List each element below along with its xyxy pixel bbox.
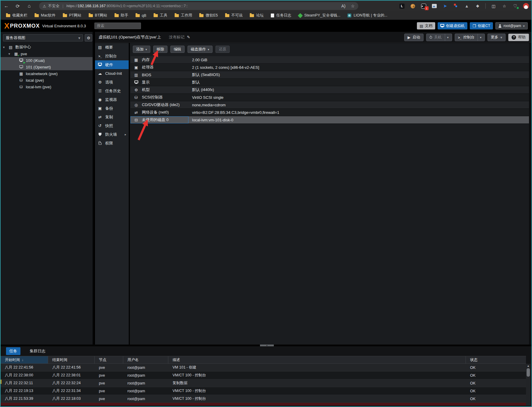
people-extension-icon[interactable] [453, 3, 459, 9]
task-row[interactable]: 八月 22 22:19:13八月 22 22:31:34pveroot@pamV… [1, 387, 526, 395]
view-selector[interactable]: 服务器视图 [3, 34, 83, 41]
hardware-row-processors[interactable]: 处理器2 (1 sockets, 2 cores) [x86-64-v2-AES… [130, 64, 529, 71]
bookmark-folder[interactable]: qB [136, 14, 146, 18]
bookmark-folder[interactable]: BT网站 [89, 13, 107, 18]
chevron-down-icon[interactable] [478, 34, 482, 41]
back-icon[interactable] [1, 2, 12, 11]
task-row[interactable]: 八月 22 22:41:56八月 22 22:41:56pveroot@pamV… [1, 364, 526, 372]
hardware-row-bios[interactable]: BIOS默认 (SeaBIOS) [130, 71, 529, 79]
scroll-up-icon[interactable]: ▲ [526, 364, 530, 368]
bookmark-steampy[interactable]: SteamPY_安全省钱... [298, 13, 340, 18]
hardware-row-network[interactable]: 网络设备 (net0)virtio=B2:DF:28:B5:34:C3,brid… [130, 109, 529, 116]
bookmark-folder[interactable]: Mac软件 [35, 13, 56, 18]
tree-item-storage-local-lvm[interactable]: local-lvm (pve) [1, 84, 93, 90]
tree-item-datacenter[interactable]: 数据中心 [1, 44, 93, 50]
vm-menu-item-snapshots[interactable]: 快照 [95, 121, 129, 130]
disk-action-button[interactable]: 磁盘操作 [188, 46, 212, 53]
hardware-row-display[interactable]: 显示默认 [130, 79, 529, 86]
bookmark-task-log[interactable]: 任务日志 [271, 13, 291, 18]
hardware-row-scsi-controller[interactable]: SCSI控制器VirtIO SCSI single [130, 94, 529, 101]
tree-item-vm-100[interactable]: ▶ 100 (iKuai) [1, 57, 93, 64]
vm-menu-item-task-history[interactable]: 任务历史 [95, 87, 129, 95]
bookmark-folder[interactable]: 不可说 [225, 13, 243, 18]
split-screen-icon[interactable] [491, 3, 497, 9]
extension-badge-icon[interactable]: 1 [420, 3, 427, 9]
column-end-time[interactable]: 结束时间 [48, 356, 95, 363]
favorite-star-icon[interactable] [351, 4, 355, 8]
vm-menu-item-replication[interactable]: 复制 [95, 113, 129, 121]
task-row[interactable]: 八月 22 22:38:00八月 22 22:38:01pveroot@pamV… [1, 372, 526, 379]
hardware-row-memory[interactable]: 内存2.00 GiB [130, 56, 529, 64]
bookmark-folder[interactable]: 微软E5 [199, 13, 218, 18]
scroll-thumb[interactable] [527, 368, 530, 377]
search-input[interactable] [94, 23, 141, 29]
reload-icon[interactable] [12, 2, 23, 11]
browser-health-icon[interactable]: ♡ [512, 3, 518, 9]
hardware-row-machine[interactable]: 机型默认 (i440fx) [130, 86, 529, 94]
column-status[interactable]: 状态 [466, 356, 526, 363]
start-button[interactable]: ▶启动 [404, 34, 423, 41]
bookmark-folder[interactable]: 工具 [154, 13, 167, 18]
expander-icon[interactable] [3, 45, 6, 49]
favorites-bar-icon[interactable] [501, 3, 507, 9]
bookmark-lion-nav[interactable]: LION导航 | 专业的... [347, 13, 387, 18]
create-vm-button[interactable]: 创建虚拟机 [438, 22, 468, 29]
vm-menu-item-console[interactable]: 控制台 [95, 52, 129, 60]
task-row[interactable]: 八月 22 22:32:11八月 22 22:32:24pveroot@pam复… [1, 379, 526, 387]
task-scrollbar[interactable]: ▲ ▼ [526, 364, 530, 405]
tab-tasks[interactable]: 任务 [6, 347, 20, 355]
expander-icon[interactable] [8, 52, 11, 56]
bookmark-folder[interactable]: 助手 [115, 13, 128, 18]
profile-avatar[interactable] [523, 3, 529, 9]
remove-button[interactable]: 移除 [153, 46, 167, 53]
tab-cluster-log[interactable]: 集群日志 [26, 347, 49, 355]
edit-tags-icon[interactable] [187, 35, 190, 39]
shutdown-button[interactable]: 关机 [426, 34, 452, 41]
revert-button[interactable]: 还原 [216, 46, 230, 53]
vm-menu-item-summary[interactable]: 概要 [95, 43, 129, 52]
image-downloader-icon[interactable] [431, 3, 437, 9]
vm-menu-item-permissions[interactable]: 权限 [95, 139, 129, 147]
vm-menu-item-options[interactable]: 选项 [95, 78, 129, 87]
bookmark-folder[interactable]: 论坛 [250, 13, 264, 18]
vm-menu-item-hardware[interactable]: 硬件 [95, 60, 129, 69]
column-description[interactable]: 描述 [168, 356, 466, 363]
bookmark-folder[interactable]: PT网站 [63, 13, 81, 18]
extensions-puzzle-icon[interactable] [475, 3, 481, 9]
bookmark-folder[interactable]: 收藏夹栏 [6, 13, 27, 18]
vm-menu-item-backup[interactable]: 备份 [95, 104, 129, 113]
tree-item-localnetwork[interactable]: localnetwork (pve) [1, 70, 93, 77]
scroll-down-icon[interactable]: ▼ [526, 405, 530, 407]
blue-arrow-extension-icon[interactable]: ➤ [442, 3, 448, 9]
column-start-time[interactable]: 开始时间 [1, 356, 48, 363]
tree-item-node-pve[interactable]: ✔ pve [1, 50, 93, 57]
mountain-extension-icon[interactable]: ▲ [464, 3, 470, 9]
console-button[interactable]: 控制台 [455, 34, 485, 41]
user-menu-button[interactable]: root@pam [495, 22, 528, 29]
address-bar[interactable]: 不安全 | https://192.168.116.167:8006/#v1:0… [39, 2, 358, 10]
help-button[interactable]: ?帮助 [508, 34, 529, 41]
task-row-error-partial[interactable] [1, 403, 526, 405]
tree-settings-button[interactable] [85, 34, 92, 41]
edit-button[interactable]: 编辑 [170, 46, 185, 53]
tree-item-storage-local[interactable]: local (pve) [1, 77, 93, 84]
documentation-button[interactable]: 文档 [417, 22, 435, 29]
column-node[interactable]: 节点 [95, 356, 123, 363]
task-row[interactable]: 八月 22 21:53:39八月 22 22:18:03pveroot@pamV… [1, 395, 526, 403]
hardware-row-cdrom[interactable]: CD/DVD驱动器 (ide2)none,media=cdrom [130, 101, 529, 109]
chevron-down-icon[interactable] [445, 34, 449, 41]
tree-item-vm-101[interactable]: 101 (Openwrt) [1, 64, 93, 70]
extension-l-icon[interactable]: L [399, 3, 405, 9]
more-button[interactable]: 更多 [488, 34, 506, 41]
column-user[interactable]: 用户名 [123, 356, 168, 363]
cookie-extension-icon[interactable] [410, 3, 416, 9]
hardware-row-unused-disk[interactable]: 未使用的磁盘 0local-lvm:vm-101-disk-0 [130, 116, 529, 124]
read-aloud-icon[interactable] [341, 4, 345, 8]
create-ct-button[interactable]: 创建CT [470, 22, 493, 29]
add-button[interactable]: 添加 [133, 46, 150, 53]
vm-menu-item-firewall[interactable]: 防火墙 [95, 130, 129, 139]
vm-menu-item-monitor[interactable]: 监视器 [95, 95, 129, 104]
home-icon[interactable] [23, 2, 35, 11]
bookmark-folder[interactable]: 工作用 [175, 13, 192, 18]
vm-menu-item-cloudinit[interactable]: Cloud-Init [95, 69, 129, 78]
